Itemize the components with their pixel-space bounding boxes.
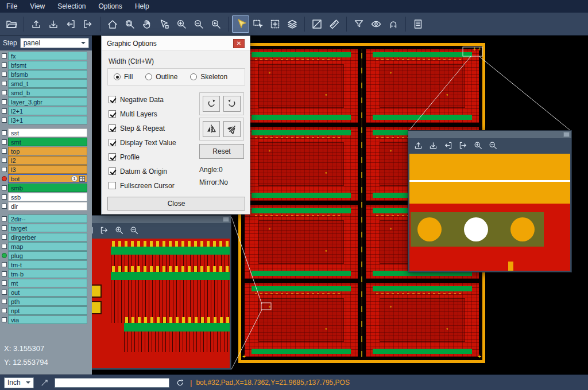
radio-button[interactable] [114, 73, 121, 80]
select-transform-button[interactable] [266, 15, 284, 33]
layer-visible-checkbox[interactable] [2, 81, 7, 86]
checkbox[interactable] [109, 110, 116, 118]
tray-right-icon[interactable] [99, 225, 109, 235]
rotate-cw-button[interactable] [203, 96, 220, 112]
layer-visible-checkbox[interactable] [2, 244, 7, 249]
menu-selection[interactable]: Selection [51, 1, 92, 12]
zoom-in-icon[interactable] [473, 141, 483, 150]
menu-view[interactable]: View [24, 1, 51, 12]
layer-visible-checkbox[interactable] [2, 139, 7, 145]
layer-row-npt[interactable]: npt [0, 306, 92, 315]
diagonal-line-button[interactable] [308, 15, 326, 33]
home-view-button[interactable] [104, 15, 121, 33]
layer-row-layer_3.gbr[interactable]: layer_3.gbr [0, 98, 92, 106]
tray-down-button[interactable] [45, 15, 62, 33]
layer-row-top[interactable]: top [0, 147, 92, 155]
layer-visible-checkbox[interactable] [2, 194, 7, 200]
radio-button[interactable] [145, 73, 152, 80]
layer-row-bfsmt[interactable]: bfsmt [0, 61, 92, 69]
close-icon[interactable]: ✕ [233, 39, 245, 48]
layer-row-map[interactable]: map [0, 242, 92, 251]
tray-right-button[interactable] [79, 15, 96, 33]
layer-row-smt[interactable]: smt [0, 138, 92, 146]
layer-row-via[interactable]: via [0, 315, 92, 324]
menu-file[interactable]: File [0, 1, 24, 12]
refresh-button[interactable] [173, 377, 186, 388]
layer-visible-checkbox[interactable] [2, 167, 7, 172]
layer-visible-checkbox[interactable] [2, 63, 7, 68]
checkbox-multi-layers[interactable]: Multi Layers [109, 107, 176, 121]
layer-visible-checkbox[interactable] [2, 204, 7, 209]
reset-button[interactable]: Reset [199, 144, 244, 159]
layer-visible-checkbox[interactable] [2, 185, 7, 190]
layer-row-l2+1[interactable]: l2+1 [0, 107, 92, 115]
snap-button[interactable] [385, 15, 402, 33]
draw-tool-button[interactable] [38, 377, 51, 388]
zoom-out-icon[interactable] [488, 141, 498, 150]
eye-view-button[interactable] [368, 15, 385, 33]
zoom-out-icon[interactable] [129, 225, 139, 235]
rotate-ccw-button[interactable] [223, 96, 241, 112]
layer-visible-checkbox[interactable] [2, 99, 7, 104]
layer-visible-checkbox[interactable] [2, 317, 7, 322]
zoom-previous-button[interactable] [207, 15, 225, 33]
layer-row-dirgerber[interactable]: dirgerber [0, 233, 92, 241]
step-combobox[interactable]: panel [20, 38, 89, 48]
menu-help[interactable]: Help [129, 1, 156, 12]
checkbox[interactable] [109, 139, 116, 146]
layer-row-l3+1[interactable]: l3+1 [0, 116, 92, 124]
radio-outline[interactable]: Outline [145, 73, 177, 81]
report-button[interactable] [409, 15, 427, 33]
layer-visible-checkbox[interactable] [2, 271, 7, 276]
layer-row-bot[interactable]: bot1 [0, 174, 92, 183]
layer-visible-checkbox[interactable] [2, 149, 7, 154]
layer-row-smd_t[interactable]: smd_t [0, 79, 92, 88]
layer-row-dir[interactable]: dir [0, 202, 92, 210]
magnifier-view[interactable] [409, 154, 570, 271]
checkbox-profile[interactable]: Profile [109, 150, 176, 164]
layer-row-tm-t[interactable]: tm-t [0, 260, 92, 269]
layer-row-l2[interactable]: l2 [0, 156, 92, 165]
checkbox-fullscreen-cursor[interactable]: Fullscreen Cursor [109, 178, 176, 193]
layer-visible-checkbox[interactable] [2, 216, 7, 221]
filter-button[interactable] [350, 15, 368, 33]
layer-visible-checkbox[interactable] [2, 108, 7, 114]
zoom-region-button[interactable] [121, 15, 138, 33]
layer-visible-checkbox[interactable] [2, 72, 7, 77]
layer-visible-checkbox[interactable] [2, 235, 7, 240]
tray-left-icon[interactable] [443, 141, 453, 150]
layer-row-bfsmb[interactable]: bfsmb [0, 70, 92, 79]
command-input[interactable] [55, 378, 169, 388]
layer-row-smd_b[interactable]: smd_b [0, 88, 92, 97]
unit-combobox[interactable]: Inch [4, 377, 34, 388]
mirror-horizontal-button[interactable] [203, 121, 220, 137]
window-button[interactable] [223, 217, 229, 222]
zoom-out-button[interactable] [190, 15, 207, 33]
zoom-in-button[interactable] [173, 15, 190, 33]
pan-button[interactable] [138, 15, 156, 33]
layer-row-l3[interactable]: l3 [0, 165, 92, 174]
checkbox[interactable] [109, 96, 116, 103]
window-button[interactable] [563, 132, 570, 137]
checkbox-step-repeat[interactable]: Step & Repeat [109, 121, 176, 135]
open-folder-button[interactable] [3, 15, 20, 33]
layer-visible-checkbox[interactable] [2, 290, 7, 295]
dialog-titlebar[interactable]: Graphic Options ✕ [102, 36, 250, 51]
checkbox[interactable] [109, 182, 116, 189]
zoom-in-icon[interactable] [114, 225, 124, 235]
layer-visible-checkbox[interactable] [2, 225, 7, 231]
cursor-select-button[interactable] [232, 15, 249, 33]
layer-visible-checkbox[interactable] [2, 308, 7, 313]
layer-visible-checkbox[interactable] [2, 299, 7, 304]
tray-up-icon[interactable] [413, 141, 423, 150]
magnifier-window-right[interactable] [408, 130, 572, 272]
close-button[interactable]: Close [107, 197, 245, 210]
tray-left-button[interactable] [62, 15, 79, 33]
layers-stack-button[interactable] [284, 15, 301, 33]
radio-fill[interactable]: Fill [114, 73, 133, 81]
layer-row-mt[interactable]: mt [0, 279, 92, 287]
layer-visible-checkbox[interactable] [2, 118, 7, 123]
checkbox[interactable] [109, 153, 116, 161]
checkbox[interactable] [109, 167, 116, 175]
tray-right-icon[interactable] [458, 141, 468, 150]
